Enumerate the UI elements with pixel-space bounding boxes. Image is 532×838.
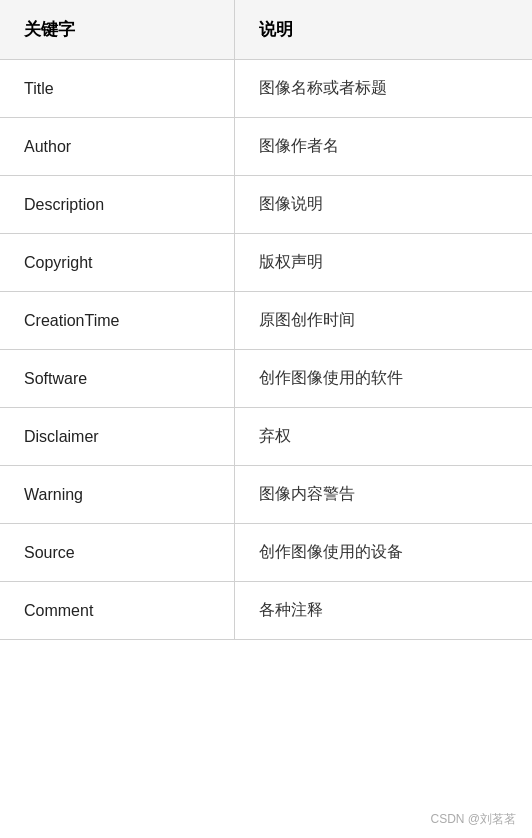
table-header-row: 关键字 说明 [0,0,532,60]
table-cell-keyword: CreationTime [0,292,234,350]
table-cell-keyword: Comment [0,582,234,640]
table-cell-keyword: Disclaimer [0,408,234,466]
table-row: Author图像作者名 [0,118,532,176]
table-row: Software创作图像使用的软件 [0,350,532,408]
table-row: Title图像名称或者标题 [0,60,532,118]
table-cell-keyword: Source [0,524,234,582]
table-cell-description: 图像作者名 [234,118,532,176]
table-cell-description: 图像内容警告 [234,466,532,524]
table-cell-description: 各种注释 [234,582,532,640]
footer-text: CSDN @刘茗茗 [430,811,516,828]
table-cell-keyword: Warning [0,466,234,524]
footer: CSDN @刘茗茗 [0,801,532,838]
table-cell-keyword: Software [0,350,234,408]
table-row: Warning图像内容警告 [0,466,532,524]
table-cell-description: 图像名称或者标题 [234,60,532,118]
table-cell-keyword: Author [0,118,234,176]
table-row: Comment各种注释 [0,582,532,640]
table-cell-description: 版权声明 [234,234,532,292]
table-cell-keyword: Title [0,60,234,118]
table-cell-description: 创作图像使用的设备 [234,524,532,582]
col-header-keyword: 关键字 [0,0,234,60]
table-cell-description: 原图创作时间 [234,292,532,350]
table-container: 关键字 说明 Title图像名称或者标题Author图像作者名Descripti… [0,0,532,801]
table-cell-description: 图像说明 [234,176,532,234]
table-row: Source创作图像使用的设备 [0,524,532,582]
col-header-description: 说明 [234,0,532,60]
keyword-table: 关键字 说明 Title图像名称或者标题Author图像作者名Descripti… [0,0,532,640]
table-cell-keyword: Copyright [0,234,234,292]
table-cell-keyword: Description [0,176,234,234]
table-cell-description: 弃权 [234,408,532,466]
table-row: Description图像说明 [0,176,532,234]
table-cell-description: 创作图像使用的软件 [234,350,532,408]
table-row: Copyright版权声明 [0,234,532,292]
table-row: Disclaimer弃权 [0,408,532,466]
table-row: CreationTime原图创作时间 [0,292,532,350]
